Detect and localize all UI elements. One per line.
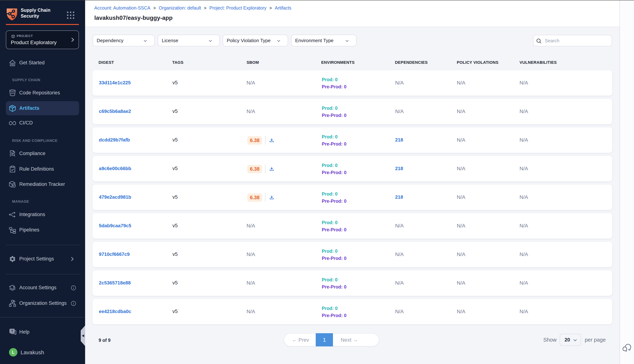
svg-text:?: ? — [11, 329, 13, 333]
